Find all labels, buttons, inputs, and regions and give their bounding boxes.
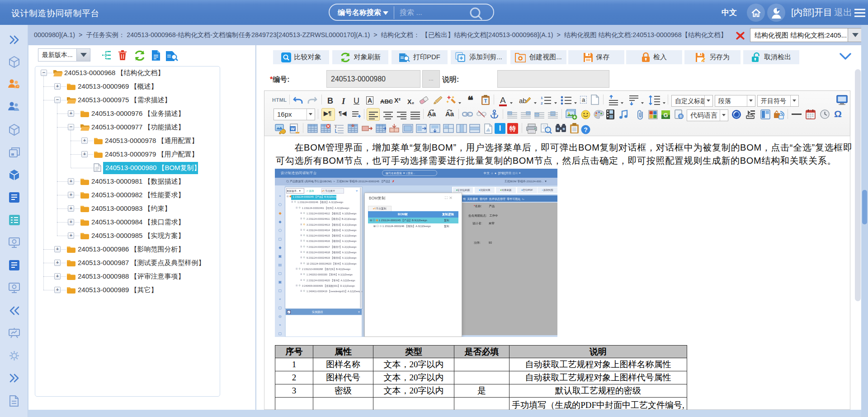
svg-text:T: T <box>484 98 487 104</box>
svg-text:T: T <box>334 123 338 129</box>
svg-text:2: 2 <box>541 101 543 105</box>
svg-text:G: G <box>663 112 668 118</box>
svg-text:1: 1 <box>541 96 543 100</box>
svg-text:?: ? <box>584 126 588 133</box>
svg-text:W: W <box>291 127 295 131</box>
